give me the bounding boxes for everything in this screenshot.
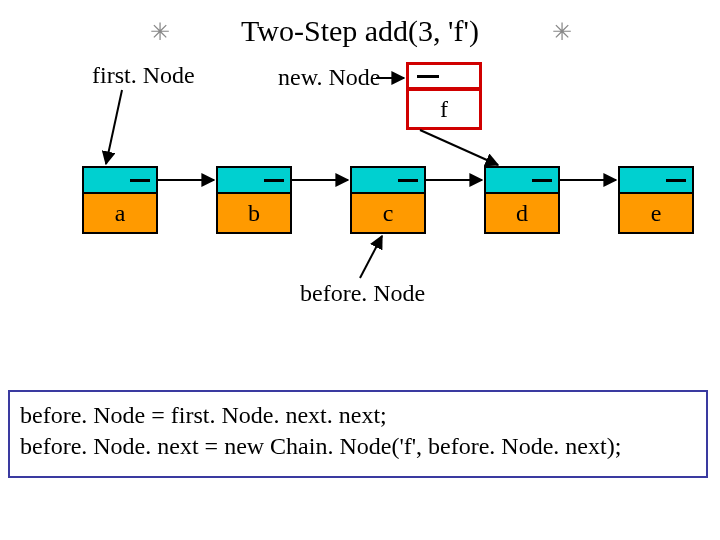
svg-line-7 bbox=[420, 130, 498, 165]
inserted-node-header bbox=[406, 62, 482, 90]
svg-line-0 bbox=[106, 90, 122, 164]
node-e-header bbox=[618, 166, 694, 194]
node-d-header bbox=[484, 166, 560, 194]
node-e-value: e bbox=[618, 192, 694, 234]
svg-line-8 bbox=[360, 236, 382, 278]
new-node-label: new. Node bbox=[278, 64, 380, 91]
inserted-node-value: f bbox=[406, 88, 482, 130]
node-d-value: d bbox=[484, 192, 560, 234]
code-box: before. Node = first. Node. next. next; … bbox=[8, 390, 708, 478]
node-c-header bbox=[350, 166, 426, 194]
code-line-1: before. Node = first. Node. next. next; bbox=[20, 400, 696, 431]
page-title: Two-Step add(3, 'f') bbox=[0, 14, 720, 48]
code-line-2: before. Node. next = new Chain. Node('f'… bbox=[20, 431, 696, 462]
node-b-header bbox=[216, 166, 292, 194]
node-a-header bbox=[82, 166, 158, 194]
node-b-value: b bbox=[216, 192, 292, 234]
node-c-value: c bbox=[350, 192, 426, 234]
node-a-value: a bbox=[82, 192, 158, 234]
before-node-label: before. Node bbox=[300, 280, 425, 307]
first-node-label: first. Node bbox=[92, 62, 195, 89]
